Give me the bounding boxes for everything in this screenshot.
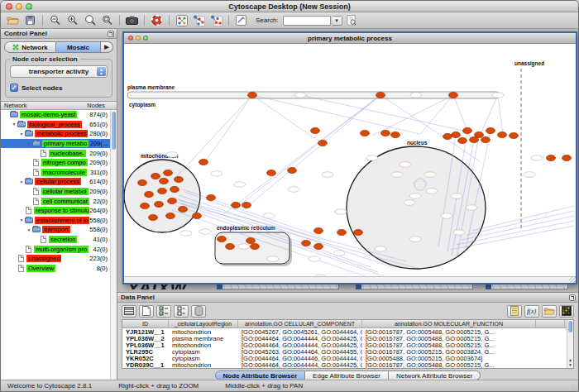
disclosure-triangle-icon[interactable]: ▼ bbox=[26, 227, 32, 232]
graph-label-node[interactable] bbox=[263, 213, 275, 218]
graph-label-node[interactable] bbox=[267, 256, 279, 261]
resize-grip-icon[interactable] bbox=[569, 276, 576, 283]
graph-node[interactable] bbox=[158, 188, 167, 194]
zoom-selected-button[interactable] bbox=[99, 13, 115, 27]
disclosure-triangle-icon[interactable]: ▼ bbox=[18, 131, 25, 136]
search-options-button[interactable] bbox=[344, 13, 360, 27]
heatmap-button[interactable] bbox=[559, 305, 574, 318]
graph-node[interactable] bbox=[562, 155, 572, 160]
tree-row[interactable]: nitrogen compo209(0) bbox=[1, 158, 117, 168]
float-panel-icon[interactable] bbox=[108, 31, 114, 37]
import-attributes-button[interactable] bbox=[542, 305, 557, 318]
graph-label-node[interactable] bbox=[335, 209, 347, 214]
minimize-button[interactable] bbox=[136, 36, 141, 41]
zoom-fit-button[interactable] bbox=[82, 13, 98, 27]
notes-button[interactable] bbox=[507, 305, 522, 318]
graph-node[interactable] bbox=[288, 167, 297, 173]
annotation-edit-button[interactable] bbox=[233, 13, 249, 27]
network-settings-button[interactable] bbox=[174, 13, 189, 27]
tree-row[interactable]: ▼primary metabo209(... bbox=[1, 139, 117, 149]
table-row[interactable]: YDR039C__1mitochondrion[GO:0044464, GO:0… bbox=[122, 361, 573, 368]
graph-label-node[interactable] bbox=[404, 200, 415, 205]
tree-row[interactable]: ▼biological_process651(0) bbox=[1, 120, 117, 130]
search-input[interactable] bbox=[283, 16, 331, 26]
graph-label-node[interactable] bbox=[424, 172, 436, 177]
graph-node[interactable] bbox=[475, 131, 484, 137]
graph-node[interactable] bbox=[391, 131, 400, 137]
graph-label-node[interactable] bbox=[211, 171, 223, 176]
tab-mosaic[interactable]: Mosaic bbox=[56, 41, 101, 53]
zoom-button[interactable] bbox=[143, 36, 148, 41]
table-column-header[interactable]: annotation.GO CELLULAR_COMPONENT bbox=[238, 320, 362, 327]
tree-row[interactable]: Overview8(0) bbox=[1, 264, 117, 274]
disclosure-triangle-icon[interactable]: ▼ bbox=[18, 179, 25, 184]
graph-label-node[interactable] bbox=[466, 205, 477, 210]
graph-node[interactable] bbox=[481, 136, 490, 142]
resize-grip-icon[interactable] bbox=[571, 384, 578, 391]
close-button[interactable] bbox=[6, 3, 12, 10]
tab-overflow-button[interactable]: ▶ bbox=[101, 41, 113, 53]
graph-node[interactable] bbox=[141, 203, 150, 208]
graph-label-node[interactable] bbox=[322, 172, 333, 177]
select-nodes-checkbox[interactable]: ✓ bbox=[10, 84, 18, 92]
graph-node[interactable] bbox=[242, 202, 251, 208]
graph-edge[interactable] bbox=[420, 95, 453, 134]
graph-edge[interactable] bbox=[175, 95, 252, 178]
tree-row[interactable]: ▼transport558(0) bbox=[1, 225, 117, 235]
zoom-button[interactable] bbox=[26, 3, 32, 10]
open-session-button[interactable] bbox=[5, 13, 21, 27]
tree-row[interactable]: cell communicat22(0) bbox=[1, 196, 117, 206]
graph-node[interactable] bbox=[318, 140, 328, 146]
search-dropdown-button[interactable]: ▼ bbox=[333, 16, 342, 26]
graph-node[interactable] bbox=[381, 130, 390, 136]
save-session-button[interactable] bbox=[22, 13, 38, 27]
network-window-titlebar[interactable]: primary metabolic process bbox=[124, 33, 576, 44]
graph-label-node[interactable] bbox=[391, 172, 403, 177]
table-column-header[interactable]: _cellularLayoutRegion bbox=[169, 320, 238, 327]
tree-row[interactable]: secretion41(0) bbox=[1, 235, 117, 245]
graph-label-node[interactable] bbox=[426, 189, 438, 194]
tree-scrollbar-thumb[interactable] bbox=[112, 112, 116, 150]
zoom-out-button[interactable] bbox=[47, 13, 63, 27]
select-attributes-button[interactable] bbox=[122, 305, 136, 318]
tree-row[interactable]: macromolecule311(0) bbox=[1, 168, 117, 178]
close-button[interactable] bbox=[128, 36, 133, 41]
graph-label-node[interactable] bbox=[366, 155, 378, 160]
layout-network-alt-button[interactable] bbox=[208, 13, 224, 27]
graph-node[interactable] bbox=[449, 92, 458, 98]
graph-label-node[interactable] bbox=[288, 187, 299, 192]
graph-node[interactable] bbox=[170, 186, 179, 192]
graph-label-node[interactable] bbox=[199, 229, 211, 234]
graph-node[interactable] bbox=[149, 214, 158, 220]
graph-label-node[interactable] bbox=[410, 93, 422, 98]
tree-row[interactable]: ▼metabolic process280(0) bbox=[1, 129, 117, 139]
graph-node[interactable] bbox=[168, 198, 177, 203]
tab-edge-attribute-browser[interactable]: Edge Attribute Browser bbox=[305, 370, 389, 380]
graph-label-node[interactable] bbox=[180, 231, 192, 236]
graph-label-node[interactable] bbox=[166, 152, 178, 157]
tree-row[interactable]: response to stimulu264(0) bbox=[1, 206, 117, 216]
graph-node[interactable] bbox=[251, 243, 260, 249]
tree-row[interactable]: cellular metabol209(0) bbox=[1, 187, 117, 197]
graph-node[interactable] bbox=[458, 137, 467, 143]
graph-node[interactable] bbox=[498, 131, 507, 137]
graph-node[interactable] bbox=[376, 92, 385, 98]
graph-node[interactable] bbox=[248, 92, 257, 98]
graph-node[interactable] bbox=[207, 194, 216, 200]
graph-node[interactable] bbox=[155, 201, 164, 207]
graph-label-node[interactable] bbox=[234, 182, 246, 187]
graph-label-node[interactable] bbox=[492, 93, 504, 98]
graph-edge[interactable] bbox=[498, 95, 503, 136]
tree-row[interactable]: multi-organism pro42(0) bbox=[1, 244, 117, 254]
graph-edge[interactable] bbox=[372, 95, 453, 136]
table-scrollbar-thumb[interactable] bbox=[568, 321, 572, 332]
graph-node[interactable] bbox=[314, 227, 323, 233]
graph-node[interactable] bbox=[443, 133, 452, 139]
graph-node[interactable] bbox=[452, 131, 461, 137]
graph-node[interactable] bbox=[218, 236, 227, 241]
help-button[interactable] bbox=[149, 13, 165, 27]
graph-edge[interactable] bbox=[204, 95, 252, 163]
tree-row[interactable]: ▼establishment of lo558(0) bbox=[1, 216, 117, 226]
zoom-in-button[interactable] bbox=[65, 13, 80, 27]
graph-node[interactable] bbox=[267, 170, 276, 175]
